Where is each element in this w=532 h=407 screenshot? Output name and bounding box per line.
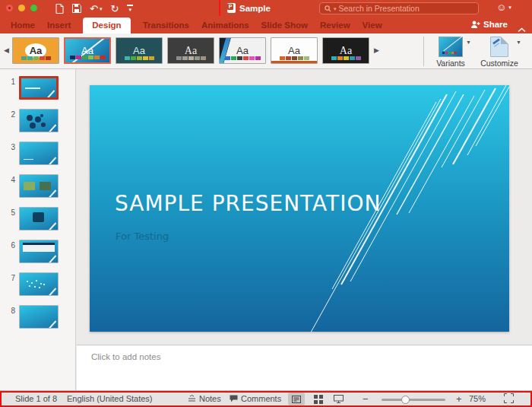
slide-thumbnail-6[interactable] <box>19 240 59 263</box>
slide-row-3: 3 <box>0 141 75 165</box>
slide-subtitle-text[interactable]: For Testing <box>116 231 169 242</box>
powerpoint-window: ↶▾ ↻ ▾ Sample ▾ Search in Presentation ☺… <box>0 0 532 407</box>
slide-counter: Slide 1 of 8 <box>15 394 57 403</box>
tab-animations[interactable]: Animations <box>201 17 249 34</box>
theme-aa-glyph: Aa <box>288 46 300 56</box>
slide-row-4: 4 <box>0 174 75 198</box>
slide-number: 4 <box>0 174 15 184</box>
new-document-icon[interactable] <box>55 4 64 14</box>
slide-editor-area: SAMPLE PRESENTATION For Testing Click to… <box>77 69 532 390</box>
annotation-vertical-line <box>219 0 220 16</box>
tab-insert[interactable]: Insert <box>47 17 71 34</box>
content-area: 12345678 S <box>0 69 532 390</box>
slide-row-5: 5 <box>0 207 75 231</box>
variants-thumbnail-icon <box>439 37 463 57</box>
fit-slide-button[interactable] <box>504 393 514 405</box>
theme-thumbnails-row: AaAaAaAaAaAaAa <box>12 37 369 64</box>
theme-aa-glyph: Aa <box>133 46 145 56</box>
slide-number: 7 <box>0 272 15 282</box>
slide-number: 6 <box>0 240 15 250</box>
slide-show-icon <box>334 395 344 403</box>
slide-row-2: 2 <box>0 109 75 132</box>
slide-number: 3 <box>0 141 15 151</box>
theme-color-swatches <box>65 56 109 59</box>
status-bar: Slide 1 of 8 English (United States) Not… <box>0 390 532 407</box>
comments-toggle[interactable]: Comments <box>230 394 281 404</box>
notes-toggle[interactable]: Notes <box>188 394 221 404</box>
close-button[interactable] <box>6 5 13 11</box>
zoom-level[interactable]: 75% <box>469 394 486 403</box>
slide-show-button[interactable] <box>330 393 347 405</box>
search-input[interactable]: ▾ Search in Presentation <box>319 2 479 14</box>
notes-placeholder: Click to add notes <box>91 352 160 361</box>
share-button[interactable]: Share <box>470 20 508 29</box>
minimize-button[interactable] <box>18 5 25 11</box>
slide-thumbnail-7[interactable] <box>19 272 59 296</box>
slide-sorter-icon <box>314 395 323 404</box>
slide-thumbnail-4[interactable] <box>19 174 59 198</box>
slide-canvas[interactable]: SAMPLE PRESENTATION For Testing <box>90 85 509 332</box>
slide-thumbnail-panel: 12345678 <box>0 69 76 390</box>
search-icon <box>325 5 331 12</box>
search-scope-caret: ▾ <box>334 6 337 11</box>
slide-thumbnail-2[interactable] <box>19 109 59 132</box>
tab-transitions[interactable]: Transitions <box>143 17 189 34</box>
variants-label: Variants <box>429 59 473 68</box>
zoom-slider-thumb[interactable] <box>401 396 410 404</box>
notes-icon <box>188 395 196 404</box>
theme-thumbnail-4[interactable]: Aa <box>167 37 214 64</box>
variants-button[interactable]: ▼ Variants <box>429 37 473 68</box>
customize-toolbar-icon[interactable]: ▾ <box>127 5 133 12</box>
tab-review[interactable]: Review <box>320 17 350 34</box>
customize-button[interactable]: ▼ Customize <box>476 37 523 68</box>
theme-thumbnail-7[interactable]: Aa <box>322 37 369 64</box>
slide-row-1: 1 <box>0 76 75 100</box>
feedback-button[interactable]: ☺ ▾ <box>496 2 511 12</box>
theme-thumbnail-6[interactable]: Aa <box>271 37 318 64</box>
theme-color-swatches <box>323 56 369 60</box>
gallery-scroll-right-arrow[interactable]: ▶ <box>374 46 379 54</box>
theme-color-swatches <box>271 56 317 60</box>
theme-thumbnail-2[interactable]: Aa <box>64 37 111 64</box>
format-background-icon <box>490 37 508 57</box>
redo-button[interactable]: ↻ <box>110 4 119 14</box>
zoom-window-button[interactable] <box>30 5 37 11</box>
slide-thumbnail-3[interactable] <box>19 141 59 165</box>
language-button[interactable]: English (United States) <box>67 394 153 403</box>
slide-number: 5 <box>0 207 15 217</box>
zoom-out-button[interactable]: − <box>363 393 369 405</box>
gallery-scroll-left-arrow[interactable]: ◀ <box>4 46 9 54</box>
save-icon[interactable] <box>72 4 81 13</box>
theme-aa-glyph: Aa <box>185 46 197 56</box>
tab-home[interactable]: Home <box>11 17 35 34</box>
share-label: Share <box>483 20 508 29</box>
ribbon-tabs: HomeInsertDesignTransitionsAnimationsSli… <box>0 17 532 33</box>
normal-view-button[interactable] <box>288 393 305 405</box>
slide-number: 1 <box>0 76 15 86</box>
caret-down-icon: ▼ <box>466 40 471 45</box>
slide-thumbnail-1[interactable] <box>19 76 59 100</box>
tab-view[interactable]: View <box>363 17 382 34</box>
tab-slide-show[interactable]: Slide Show <box>261 17 308 34</box>
design-theme-gallery: ◀ AaAaAaAaAaAaAa ▶ ▼ Variants ▼ Customiz… <box>0 33 532 69</box>
notes-pane[interactable]: Click to add notes <box>77 345 532 390</box>
title-bar: ↶▾ ↻ ▾ Sample ▾ Search in Presentation ☺… <box>0 0 532 17</box>
slide-sorter-view-button[interactable] <box>310 393 327 405</box>
theme-thumbnail-5[interactable]: Aa <box>219 37 266 64</box>
theme-aa-glyph: Aa <box>340 46 352 56</box>
zoom-in-button[interactable]: + <box>456 393 462 405</box>
slide-number: 2 <box>0 109 15 119</box>
slide-title-text[interactable]: SAMPLE PRESENTATION <box>115 191 381 216</box>
caret-down-icon: ▼ <box>516 40 521 45</box>
theme-aa-glyph: Aa <box>236 46 249 56</box>
normal-view-icon <box>292 396 301 403</box>
add-person-icon <box>470 21 480 29</box>
tab-design[interactable]: Design <box>83 17 130 34</box>
zoom-slider[interactable] <box>382 399 445 401</box>
theme-thumbnail-1[interactable]: Aa <box>12 37 59 64</box>
undo-button[interactable]: ↶▾ <box>90 4 102 14</box>
theme-thumbnail-3[interactable]: Aa <box>116 37 163 64</box>
powerpoint-file-icon <box>227 3 236 13</box>
slide-thumbnail-5[interactable] <box>19 207 59 231</box>
slide-thumbnail-8[interactable] <box>19 305 59 329</box>
